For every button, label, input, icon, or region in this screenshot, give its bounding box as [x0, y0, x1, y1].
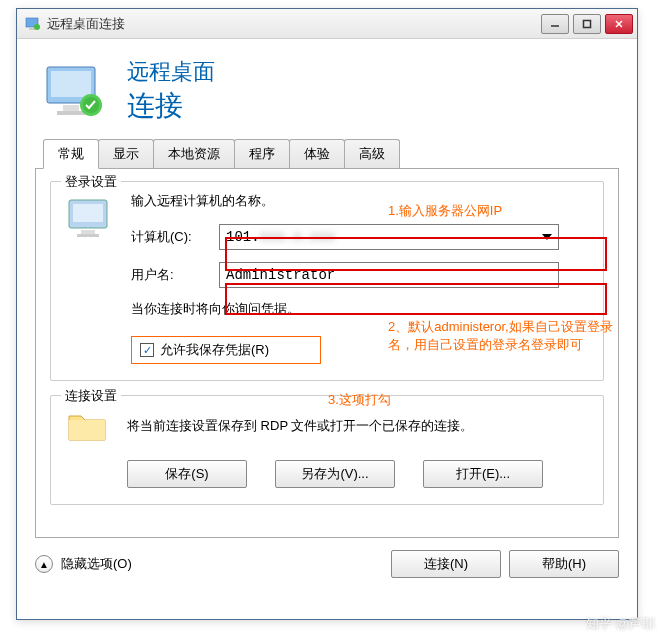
- expand-toggle-icon[interactable]: ▲: [35, 555, 53, 573]
- connection-settings-group: 连接设置 将当前连接设置保存到 RDP 文件或打开一个已保存的连接。 保存(S)…: [50, 395, 604, 505]
- login-legend: 登录设置: [61, 173, 121, 191]
- tab-local-resources[interactable]: 本地资源: [153, 139, 235, 168]
- header-title: 远程桌面: [127, 57, 215, 87]
- svg-rect-14: [73, 204, 103, 222]
- conn-legend: 连接设置: [61, 387, 121, 405]
- svg-rect-1: [29, 28, 35, 30]
- save-as-button[interactable]: 另存为(V)...: [275, 460, 395, 488]
- save-credentials-checkbox[interactable]: ✓: [140, 343, 154, 357]
- computer-combobox[interactable]: 101.xxx.x.xxx: [219, 224, 559, 250]
- username-label: 用户名:: [131, 266, 219, 284]
- chevron-down-icon: [542, 234, 552, 240]
- login-instruction: 输入远程计算机的名称。: [131, 192, 589, 210]
- app-icon: [25, 16, 41, 32]
- tab-general[interactable]: 常规: [43, 139, 99, 169]
- header: 远程桌面 连接: [17, 39, 637, 139]
- connect-button[interactable]: 连接(N): [391, 550, 501, 578]
- svg-rect-10: [57, 111, 85, 115]
- tab-advanced[interactable]: 高级: [344, 139, 400, 168]
- window-controls: [541, 14, 633, 34]
- svg-point-2: [34, 24, 40, 30]
- tabs: 常规 显示 本地资源 程序 体验 高级: [35, 139, 619, 169]
- maximize-button[interactable]: [573, 14, 601, 34]
- window-title: 远程桌面连接: [47, 15, 541, 33]
- rdp-header-icon: [43, 63, 107, 119]
- svg-rect-16: [77, 234, 99, 237]
- credential-note: 当你连接时将向你询问凭据。: [131, 300, 589, 318]
- tab-display[interactable]: 显示: [98, 139, 154, 168]
- conn-text: 将当前连接设置保存到 RDP 文件或打开一个已保存的连接。: [127, 417, 589, 435]
- svg-rect-8: [51, 71, 91, 97]
- hide-options-link[interactable]: 隐藏选项(O): [61, 555, 383, 573]
- save-button[interactable]: 保存(S): [127, 460, 247, 488]
- minimize-button[interactable]: [541, 14, 569, 34]
- tab-experience[interactable]: 体验: [289, 139, 345, 168]
- header-text: 远程桌面 连接: [127, 57, 215, 125]
- svg-rect-15: [81, 230, 95, 234]
- titlebar: 远程桌面连接: [17, 9, 637, 39]
- rdp-window: 远程桌面连接 远程桌面 连接 常规 显示 本地资源 程序 体验 高级 登录设置: [16, 8, 638, 620]
- computer-label: 计算机(C):: [131, 228, 219, 246]
- username-input[interactable]: Administrator: [219, 262, 559, 288]
- help-button[interactable]: 帮助(H): [509, 550, 619, 578]
- login-settings-group: 登录设置 输入远程计算机的名称。 计算机(C): 101.xxx.x.xxx: [50, 181, 604, 381]
- tab-programs[interactable]: 程序: [234, 139, 290, 168]
- header-subtitle: 连接: [127, 87, 215, 125]
- svg-rect-4: [584, 20, 591, 27]
- svg-rect-9: [63, 105, 79, 111]
- open-button[interactable]: 打开(E)...: [423, 460, 543, 488]
- save-credentials-label: 允许我保存凭据(R): [160, 341, 269, 359]
- save-credentials-row[interactable]: ✓ 允许我保存凭据(R): [131, 336, 321, 364]
- watermark: 知乎 @芦耶: [586, 615, 655, 633]
- folder-icon: [65, 406, 109, 446]
- close-button[interactable]: [605, 14, 633, 34]
- computer-icon: [65, 196, 113, 240]
- footer: ▲ 隐藏选项(O) 连接(N) 帮助(H): [17, 538, 637, 590]
- tab-panel: 登录设置 输入远程计算机的名称。 计算机(C): 101.xxx.x.xxx: [35, 169, 619, 538]
- content: 常规 显示 本地资源 程序 体验 高级 登录设置 输入远程计算机的名称。 计算机…: [17, 139, 637, 538]
